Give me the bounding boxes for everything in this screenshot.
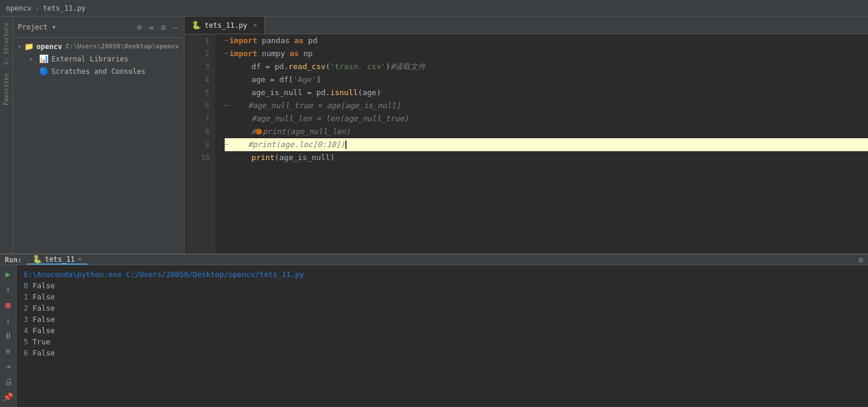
strip-tab-structure[interactable]: 2: Structure [2, 19, 11, 69]
run-button[interactable]: ▶ [4, 268, 12, 281]
scroll-to-end-button[interactable]: ⇥ [4, 360, 12, 373]
kw-import-1: import [229, 34, 257, 47]
comment-6: #age_null_true = age[age_is_null] [229, 99, 401, 112]
ln-2: 2 [184, 47, 209, 60]
line-numbers: 1 2 3 4 5 6 7 8 9 10 [184, 34, 215, 253]
pin-button[interactable]: 📌 [1, 390, 15, 403]
out-idx-2: 2 [24, 304, 28, 312]
code-line-9: ─ #print(age.loc[0:10]) [225, 138, 868, 151]
tree-label-scratches: Scratches and Consoles [51, 67, 145, 76]
sidebar: Project ▾ ⊕ ⇌ ⚙ — ▾ 📁 opencv C:\Users\28… [13, 17, 184, 253]
file-icon-tets11: 🐍 [192, 21, 201, 30]
stop-button[interactable]: ■ [4, 298, 12, 311]
out-val-3: False [33, 315, 55, 324]
paren-5: (age) [358, 86, 381, 99]
code-line-5: age_is_null = pd.isnull(age) [225, 86, 868, 99]
dropdown-arrow: ▾ [52, 23, 56, 31]
code-line-6: ─ #age_null_true = age[age_is_null] [225, 99, 868, 112]
scroll-up-button[interactable]: ↑ [4, 283, 12, 296]
sp2: numpy [257, 47, 290, 60]
scroll-down-button[interactable]: ↓ [4, 314, 12, 327]
editor-area: 🐍 tets_11.py ✕ 1 2 3 4 5 6 7 8 9 10 [184, 17, 868, 253]
func-read-csv: read_csv [289, 60, 326, 73]
func-isnull: isnull [330, 86, 358, 99]
comment-8: # [233, 125, 256, 138]
panel-toolbar: ▶ ↑ ■ ↓ ⏸ ≡ ⇥ 🖨 📌 🗑 E:\Anaconda\python.e… [0, 265, 868, 407]
ln-9: 9 [184, 138, 209, 151]
var-print [233, 151, 251, 164]
format-button[interactable]: ≡ [4, 344, 12, 357]
library-icon: 📊 [39, 54, 48, 63]
tree-label-external-libs: External Libraries [51, 55, 128, 63]
panel-tab-close[interactable]: ✕ [77, 255, 82, 263]
file-name: tets_11.py [43, 4, 86, 12]
out-val-2: False [33, 304, 55, 312]
out-idx-0: 0 [24, 281, 28, 290]
var-df: df = pd. [233, 60, 289, 73]
out-val-1: False [33, 292, 55, 301]
out-idx-1: 1 [24, 292, 28, 301]
comment-read-file: #读取文件 [390, 60, 426, 73]
ln-1: 1 [184, 34, 209, 47]
out-idx-3: 3 [24, 315, 28, 324]
tree-label-opencv: opencv [37, 43, 62, 51]
code-content[interactable]: ─ import pandas as pd ─ import numpy as … [215, 34, 868, 253]
tree-item-opencv[interactable]: ▾ 📁 opencv C:\Users\28050\Desktop\opencv [13, 40, 184, 53]
scope-icon[interactable]: ⊕ [135, 21, 142, 33]
output-row-5: 5 True [24, 336, 861, 347]
ln-7: 7 [184, 112, 209, 125]
comment-8b: print(age_null_len) [263, 125, 351, 138]
print-button[interactable]: 🖨 [2, 375, 14, 388]
tab-close-tets11[interactable]: ✕ [253, 21, 257, 29]
out-val-6: False [33, 349, 55, 357]
code-line-8: #print(age_null_len) [225, 125, 868, 138]
out-val-0: False [33, 281, 55, 290]
panel-side-buttons: ▶ ↑ ■ ↓ ⏸ ≡ ⇥ 🖨 📌 🗑 [0, 265, 17, 407]
breadcrumb-sep: › [35, 4, 39, 12]
panel-tab-tets11[interactable]: 🐍 tets_11 ✕ [27, 255, 88, 265]
ln-4: 4 [184, 73, 209, 86]
run-label: Run: [5, 256, 22, 264]
project-dropdown[interactable]: Project ▾ [18, 23, 56, 31]
code-line-10: print(age_is_null) [225, 151, 868, 164]
ln-5: 5 [184, 86, 209, 99]
panel-output: E:\Anaconda\python.exe C:/Users/28050/De… [17, 265, 868, 362]
fold-6: ─ [225, 99, 228, 112]
out-val-5: True [33, 337, 50, 346]
sp2b: np [299, 47, 312, 60]
code-line-7: #age_null_len = len(age_null_true) [225, 112, 868, 125]
output-command-line: E:\Anaconda\python.exe C:/Users/28050/De… [24, 269, 861, 280]
comment-7: #age_null_len = len(age_null_true) [233, 112, 409, 125]
output-row-0: 0 False [24, 280, 861, 291]
code-editor[interactable]: 1 2 3 4 5 6 7 8 9 10 ─ import pandas as … [184, 34, 868, 253]
folder-icon-opencv: 📁 [24, 42, 34, 51]
pause-button[interactable]: ⏸ [2, 329, 14, 342]
panel-gear-icon[interactable]: ⚙ [859, 255, 863, 265]
comment-9: #print(age.loc[0:10]) [229, 138, 345, 151]
var-age: age = df[ [233, 73, 293, 86]
kw-as-1: as [294, 34, 304, 47]
layout-icon[interactable]: ⇌ [148, 21, 155, 33]
ln-6: 6 [184, 99, 209, 112]
sidebar-header: Project ▾ ⊕ ⇌ ⚙ — [13, 17, 184, 38]
run-file-icon: 🐍 [33, 255, 42, 263]
settings-icon[interactable]: ⚙ [160, 21, 167, 33]
scratch-icon: 🔵 [39, 67, 48, 76]
sidebar-tree: ▾ 📁 opencv C:\Users\28050\Desktop\opencv… [13, 38, 184, 253]
tree-item-scratches[interactable]: 🔵 Scratches and Consoles [13, 65, 184, 77]
output-row-4: 4 False [24, 325, 861, 336]
editor-tab-tets11[interactable]: 🐍 tets_11.py ✕ [184, 17, 265, 34]
code-line-2: ─ import numpy as np [225, 47, 868, 60]
sp1: pandas [257, 34, 294, 47]
minimize-icon[interactable]: — [172, 21, 179, 33]
editor-tabs: 🐍 tets_11.py ✕ [184, 17, 868, 34]
sp1b: pd [303, 34, 317, 47]
output-row-3: 3 False [24, 314, 861, 325]
sidebar-header-left: Project ▾ [18, 23, 56, 31]
paren-10: (age_is_null) [274, 151, 335, 164]
bracket-4: ] [316, 73, 321, 86]
output-row-2: 2 False [24, 302, 861, 314]
strip-tab-favorites[interactable]: Favorites [2, 70, 11, 109]
project-name[interactable]: opencv [6, 4, 31, 12]
tree-item-external-libs[interactable]: ▸ 📊 External Libraries [13, 53, 184, 65]
